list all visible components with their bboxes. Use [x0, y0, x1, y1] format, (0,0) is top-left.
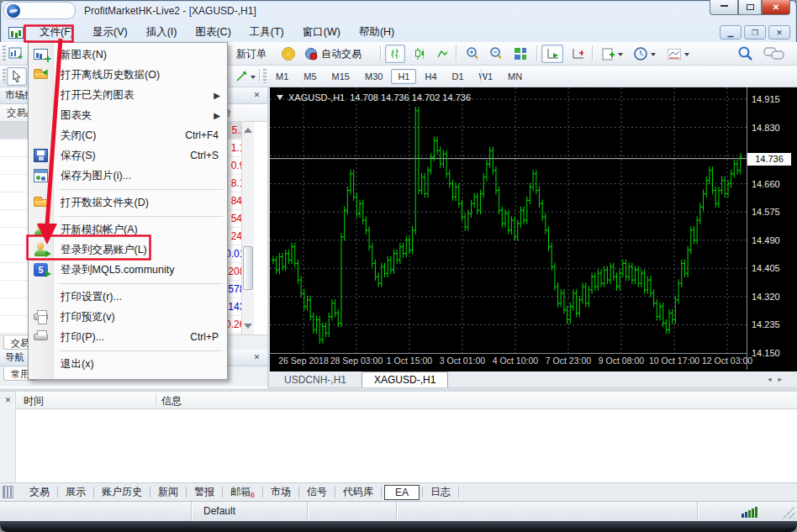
chat-icon[interactable]: [762, 45, 787, 62]
price-tick-label: 14.235: [752, 319, 780, 329]
tab-scroll-arrows[interactable]: ◂▸: [768, 375, 789, 383]
terminal-tab-展示[interactable]: 展示: [58, 484, 93, 500]
file-menu-item-16[interactable]: 打印(P)...Ctrl+P: [29, 327, 227, 347]
minimize-button[interactable]: [710, 0, 738, 15]
candlestick-plot[interactable]: [270, 87, 797, 371]
templates-dropdown[interactable]: [662, 45, 694, 63]
auto-scroll-button[interactable]: [541, 45, 563, 63]
mdi-minimize-button[interactable]: ▁: [720, 25, 742, 40]
menu-item-label: 退出(x): [61, 357, 94, 371]
terminal-tab-新闻[interactable]: 新闻: [150, 484, 186, 500]
chart-window[interactable]: XAGUSD-,H1 14.708 14.736 14.702 14.736 1…: [270, 87, 797, 371]
line-chart-mode-button[interactable]: [432, 45, 452, 63]
terminal-tab-警报[interactable]: 警报: [187, 484, 222, 500]
market-watch-scrollbar[interactable]: [241, 122, 254, 334]
timeframe-w1[interactable]: W1: [472, 69, 500, 84]
chart-tab-0[interactable]: USDCNH-,H1: [272, 372, 358, 387]
line-studies-dropdown[interactable]: [230, 67, 261, 86]
mdi-close-button[interactable]: ✕: [768, 25, 790, 40]
terminal-tab-交易[interactable]: 交易: [22, 484, 57, 500]
file-menu-item-18[interactable]: 退出(x): [29, 354, 227, 374]
file-menu-item-15[interactable]: 打印预览(v): [29, 307, 227, 327]
new-order-button[interactable]: 新订单: [227, 45, 276, 63]
file-menu-item-10[interactable]: 开新模拟帐户(A): [29, 219, 227, 240]
menu-item-label: 图表夹: [61, 108, 92, 123]
menu-item-6[interactable]: 帮助(H): [350, 23, 404, 42]
file-menu-item-1[interactable]: 打开离线历史数据(O): [29, 65, 227, 85]
toolbar-grip[interactable]: [3, 45, 6, 61]
toolbar-grip[interactable]: [263, 69, 267, 83]
resize-grip[interactable]: [783, 507, 794, 519]
terminal-tab-信号[interactable]: 信号: [299, 484, 335, 500]
chevron-down-icon: [651, 53, 656, 59]
cursor-tool-button[interactable]: [7, 67, 27, 86]
menu-item-label: 关闭(C): [61, 129, 96, 143]
close-button[interactable]: ✕: [762, 0, 790, 15]
menu-item-5[interactable]: 窗口(W): [293, 23, 350, 42]
chart-window-icon[interactable]: [8, 27, 24, 39]
search-icon[interactable]: [736, 45, 755, 62]
mdi-restore-button[interactable]: ❐: [744, 25, 766, 40]
file-menu-item-11[interactable]: 登录到交易账户(L): [29, 240, 227, 260]
toolbar-grip[interactable]: [3, 69, 6, 83]
file-menu-item-14[interactable]: 打印设置(r)...: [29, 287, 227, 307]
folder-data-icon: [34, 199, 48, 207]
terminal-tab-账户历史[interactable]: 账户历史: [94, 484, 150, 500]
menu-item-4[interactable]: 工具(T): [240, 23, 293, 42]
chevron-down-icon[interactable]: [277, 95, 283, 103]
indicators-dropdown[interactable]: [597, 45, 628, 63]
terminal-tab-日志[interactable]: 日志: [423, 484, 458, 500]
minimize-icon: [720, 4, 728, 7]
terminal-tab-代码库[interactable]: 代码库: [335, 484, 381, 500]
file-menu-item-8[interactable]: 打开数据文件夹(D): [29, 192, 227, 213]
close-icon[interactable]: ✕: [251, 90, 262, 101]
chart-tab-1[interactable]: XAGUSD-,H1: [362, 371, 448, 387]
chart-shift-button[interactable]: [567, 45, 589, 63]
file-menu-item-3[interactable]: 图表夹▶: [29, 105, 227, 125]
column-time[interactable]: 时间: [24, 394, 44, 408]
file-menu-item-12[interactable]: 登录到MQL5.community: [29, 260, 227, 280]
menu-item-0[interactable]: 文件(F): [30, 23, 83, 42]
app-logo-icon: [7, 4, 20, 18]
close-icon[interactable]: ✕: [3, 395, 13, 406]
timeframe-m5[interactable]: M5: [297, 69, 323, 84]
file-menu-item-0[interactable]: 新图表(N): [29, 45, 227, 65]
periods-dropdown[interactable]: [629, 45, 661, 63]
mql5-coin-icon[interactable]: [279, 45, 298, 62]
menu-separator: [29, 280, 227, 287]
scroll-down-icon[interactable]: [244, 324, 252, 333]
timeframe-mn[interactable]: MN: [501, 69, 529, 84]
terminal-tab-市场[interactable]: 市场: [263, 484, 298, 500]
terminal-tab-邮箱[interactable]: 邮箱6: [223, 484, 262, 500]
toolbar-separator: [481, 69, 482, 83]
chevron-down-icon: [684, 53, 689, 59]
zoom-out-button[interactable]: [484, 45, 506, 63]
tile-windows-button[interactable]: [509, 45, 531, 63]
file-menu-item-2[interactable]: 打开已关闭图表▶: [29, 85, 227, 105]
timeframe-h4[interactable]: H4: [418, 69, 443, 84]
zoom-in-button[interactable]: [461, 45, 483, 63]
timeframe-h1[interactable]: H1: [391, 69, 416, 84]
timeframe-d1[interactable]: D1: [446, 69, 471, 84]
sidebar-toggle-icon[interactable]: [3, 486, 13, 498]
file-menu-item-6[interactable]: 保存为图片(i)...: [29, 166, 227, 186]
maximize-button[interactable]: [738, 0, 762, 15]
file-menu-item-4[interactable]: 关闭(C)Ctrl+F4: [29, 125, 227, 145]
menu-item-1[interactable]: 显示(V): [83, 23, 137, 42]
price-tick-label: 14.575: [752, 207, 780, 217]
auto-trading-button[interactable]: 自动交易: [299, 45, 367, 63]
timeframe-m15[interactable]: M15: [325, 69, 356, 84]
timeframe-m30[interactable]: M30: [358, 69, 389, 84]
timeframe-m1[interactable]: M1: [269, 69, 295, 84]
new-chart-icon[interactable]: +: [7, 45, 25, 62]
bar-chart-mode-button[interactable]: [385, 45, 405, 63]
file-menu-item-5[interactable]: 保存(S)Ctrl+S: [29, 145, 227, 166]
scrollbar-thumb[interactable]: [243, 246, 253, 290]
menu-item-3[interactable]: 图表(C): [186, 23, 240, 42]
menu-item-2[interactable]: 插入(I): [137, 23, 187, 42]
terminal-tab-ea[interactable]: EA: [384, 485, 420, 500]
candlestick-mode-button[interactable]: [409, 45, 429, 63]
column-message[interactable]: 信息: [161, 394, 182, 408]
close-icon[interactable]: ✕: [251, 352, 262, 363]
scroll-up-icon[interactable]: [244, 124, 252, 133]
